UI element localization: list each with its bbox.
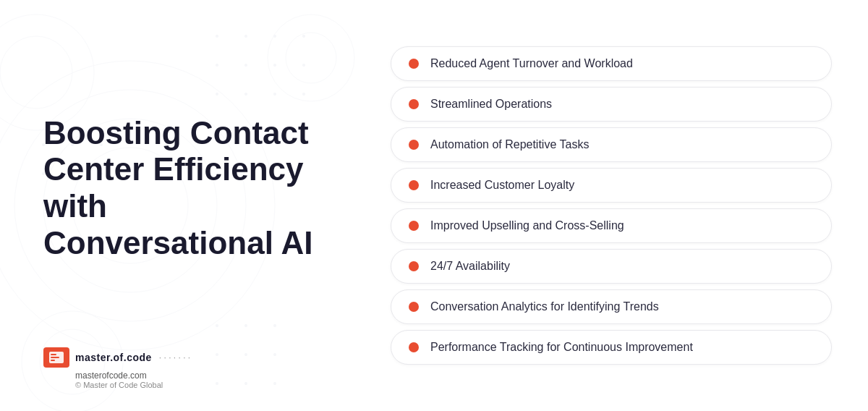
svg-rect-42 [51,357,59,358]
list-item: Improved Upselling and Cross-Selling [391,208,832,243]
item-label: Reduced Agent Turnover and Workload [430,57,633,70]
brand-row: master.of.code · · · · · · · [43,347,340,368]
item-label: Conversation Analytics for Identifying T… [430,300,659,313]
item-label: Improved Upselling and Cross-Selling [430,219,624,232]
left-panel: Boosting Contact Center Efficiency with … [0,0,376,411]
list-item: 24/7 Availability [391,249,832,284]
list-item: Conversation Analytics for Identifying T… [391,289,832,324]
item-label: Automation of Repetitive Tasks [430,138,589,151]
bullet-dot-icon [409,99,419,109]
brand-url: masterofcode.com © Master of Code Global [43,370,340,389]
item-label: 24/7 Availability [430,260,510,273]
bullet-dot-icon [409,140,419,150]
svg-rect-43 [51,360,55,361]
svg-rect-41 [51,354,56,355]
right-panel: Reduced Agent Turnover and WorkloadStrea… [376,0,868,411]
list-item: Reduced Agent Turnover and Workload [391,46,832,81]
list-item: Streamlined Operations [391,87,832,122]
item-label: Increased Customer Loyalty [430,179,574,192]
bullet-dot-icon [409,342,419,352]
item-label: Performance Tracking for Continuous Impr… [430,341,693,354]
list-item: Increased Customer Loyalty [391,168,832,203]
brand-dots: · · · · · · · [159,352,190,363]
page-title: Boosting Contact Center Efficiency with … [43,115,340,261]
list-item: Performance Tracking for Continuous Impr… [391,330,832,365]
bullet-dot-icon [409,221,419,231]
brand-footer: master.of.code · · · · · · · masterofcod… [43,347,340,389]
bullet-dot-icon [409,261,419,271]
brand-name: master.of.code [75,352,152,363]
bullet-dot-icon [409,59,419,69]
item-label: Streamlined Operations [430,98,552,111]
bullet-dot-icon [409,180,419,190]
bullet-dot-icon [409,302,419,312]
brand-logo-icon [43,347,69,368]
list-item: Automation of Repetitive Tasks [391,127,832,162]
